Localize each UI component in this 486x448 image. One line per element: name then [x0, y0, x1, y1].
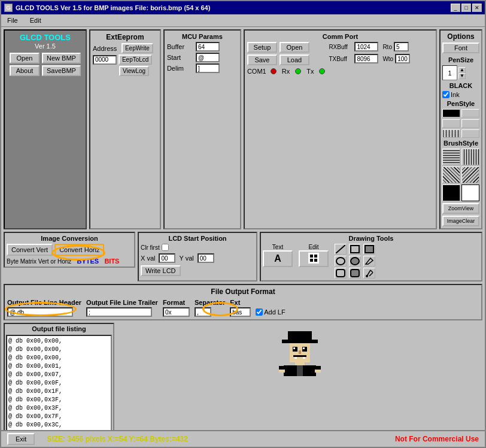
delim-row: Delim: [167, 63, 238, 73]
brush-white[interactable]: [461, 184, 479, 201]
x-val-input[interactable]: [159, 253, 175, 263]
setup-button[interactable]: Setup: [247, 42, 277, 53]
convert-vert-button[interactable]: Convert Vert: [7, 244, 53, 256]
menu-bar: File Edit: [1, 14, 485, 27]
pen-style-row1: [442, 109, 479, 117]
add-lf-label: Add LF: [264, 308, 285, 316]
comm-open-button[interactable]: Open: [280, 42, 309, 53]
svg-rect-25: [295, 362, 305, 365]
list-item: @ db 0x00,0x07,: [8, 371, 110, 379]
delim-input[interactable]: [196, 63, 220, 73]
rto-input[interactable]: [394, 42, 409, 52]
pen-size-down[interactable]: ▼: [458, 73, 466, 79]
ext-group: Ext: [230, 299, 251, 317]
round-rect-tool-button[interactable]: [335, 268, 347, 279]
svg-rect-31: [315, 366, 321, 370]
middle-row: Image Conversion Convert Vert Convert Ho…: [4, 232, 482, 281]
fill-round-rect-tool-button[interactable]: [349, 268, 361, 279]
fill-rect-tool-button[interactable]: [363, 244, 375, 255]
comm-buttons-col: Setup Open Save Load COM1 Rx Tx: [247, 42, 325, 76]
eep-to-lcd-button[interactable]: EepToLcd: [119, 55, 152, 65]
listing-content[interactable]: @ db 0x00,0x00,@ db 0x00,0x00,@ db 0x00,…: [6, 335, 112, 430]
rxbuff-input[interactable]: [354, 42, 378, 52]
file-output-row: Output File Line Header Output File Line…: [7, 299, 479, 317]
dash-style-btn[interactable]: [461, 109, 479, 117]
save-button[interactable]: Save: [247, 55, 277, 65]
line-tool-button[interactable]: [335, 244, 347, 255]
dashdot-style-btn[interactable]: [442, 129, 460, 138]
address-input[interactable]: [93, 55, 117, 65]
rect-tool-button[interactable]: [349, 244, 361, 255]
text-col: Text A: [263, 244, 293, 267]
close-button[interactable]: ✕: [472, 4, 482, 12]
buffer-label: Buffer: [167, 43, 194, 50]
clr-first-checkbox[interactable]: [162, 244, 169, 251]
add-lf-checkbox[interactable]: [256, 308, 263, 316]
trailer-input[interactable]: [86, 307, 152, 317]
header-input[interactable]: [7, 307, 73, 317]
fill-circle-tool-button[interactable]: [349, 256, 361, 267]
ext-input[interactable]: [230, 307, 251, 317]
format-input[interactable]: [163, 307, 190, 317]
y-val-input[interactable]: [198, 253, 214, 263]
pen-tool-button[interactable]: [363, 256, 375, 267]
pen-size-up[interactable]: ▲: [458, 67, 466, 73]
view-log-button[interactable]: ViewLog: [119, 66, 149, 76]
ext-label: Ext: [230, 299, 251, 306]
shape-tools-grid: [335, 244, 376, 279]
dashdotdot-style-btn[interactable]: [461, 129, 479, 138]
solid-style-btn[interactable]: [442, 109, 460, 117]
zoom-view-button[interactable]: ZoomView: [442, 203, 479, 214]
menu-file[interactable]: File: [4, 16, 21, 25]
eyedrop-tool-button[interactable]: [363, 268, 375, 279]
ink-checkbox-row: Ink: [442, 91, 479, 98]
about-button[interactable]: About: [10, 65, 40, 76]
lcd-pos-row: Clr first: [141, 244, 254, 251]
save-bmp-button[interactable]: SaveBMP: [42, 65, 81, 76]
minimize-button[interactable]: _: [451, 4, 460, 12]
separator-group: Separator: [195, 299, 225, 317]
new-bmp-button[interactable]: New BMP: [42, 53, 81, 63]
list-item: @ db 0x00,0x3C,: [8, 421, 110, 429]
eep-write-button[interactable]: EepWrite: [122, 43, 153, 53]
circle-tool-button[interactable]: [335, 256, 347, 267]
separator-input[interactable]: [195, 307, 211, 317]
lcd-start-pos-panel: LCD Start Position Clr first X val Y val…: [138, 232, 257, 281]
longdash-style-btn[interactable]: [461, 119, 479, 128]
list-item: @ db 0x00,0x0F,: [8, 379, 110, 388]
txbuff-input[interactable]: [354, 54, 378, 63]
load-button[interactable]: Load: [280, 55, 309, 65]
write-lcd-button[interactable]: Write LCD: [141, 265, 181, 276]
convert-horiz-button[interactable]: Convert Horiz: [54, 244, 104, 256]
text-tool-button[interactable]: A: [263, 250, 293, 267]
buffer-input[interactable]: [196, 42, 220, 52]
menu-edit[interactable]: Edit: [27, 16, 44, 25]
address-label: Address: [93, 45, 120, 52]
svg-rect-4: [314, 259, 317, 262]
brush-hatch3[interactable]: [442, 167, 460, 183]
open-button[interactable]: Open: [10, 53, 40, 63]
glcd-btn-row2: About SaveBMP: [10, 65, 81, 76]
font-button[interactable]: Font: [442, 43, 479, 53]
image-clear-button[interactable]: ImageClear: [442, 216, 479, 226]
svg-rect-0: [308, 253, 319, 264]
svg-rect-33: [315, 370, 321, 373]
exit-button[interactable]: Exit: [7, 433, 35, 445]
ink-checkbox[interactable]: [442, 91, 449, 98]
list-item: @ db 0x00,0x3F,: [8, 396, 110, 404]
edit-tool-button[interactable]: [299, 250, 329, 267]
format-group: Format: [163, 299, 190, 317]
title-bar: G GLCD TOOLS Ver 1.5 for BMP images File…: [1, 1, 485, 14]
maximize-button[interactable]: □: [461, 4, 471, 12]
rx-led: [295, 68, 301, 74]
brush-hatch2[interactable]: [461, 149, 479, 165]
start-input[interactable]: [196, 53, 220, 62]
brush-solid[interactable]: [442, 184, 460, 201]
brush-hatch1[interactable]: [442, 149, 460, 165]
dot-style-btn[interactable]: [442, 119, 460, 128]
rto-label: Rto: [382, 44, 392, 50]
pen-style-row2: [442, 119, 479, 128]
img-conv-title: Image Conversion: [7, 235, 132, 242]
brush-hatch4[interactable]: [461, 167, 479, 183]
wto-input[interactable]: [395, 54, 410, 63]
